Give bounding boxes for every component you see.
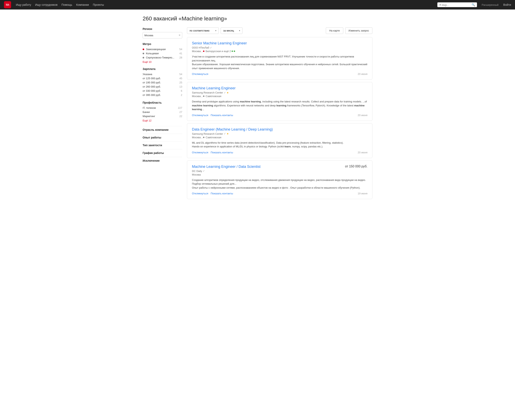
job-actions-2: Откликнуться Показать контакты 20 июня [192, 114, 367, 117]
apply-button-3[interactable]: Откликнуться [192, 151, 208, 154]
job-actions-1: Откликнуться 20 июня [192, 73, 367, 75]
nav-help[interactable]: Помощь [61, 3, 72, 6]
contacts-button-3[interactable]: Показать контакты [210, 151, 233, 154]
metro-dot-2 [143, 57, 144, 59]
region-section: Регион Москва × [143, 27, 182, 38]
job-description-3: ML and DL algorithms for time series dat… [192, 141, 367, 149]
metro-more-link[interactable]: Ещё 10 [143, 60, 182, 63]
metro-count-0: 54 [179, 48, 182, 51]
job-header-2: Machine Learning Engineer [192, 86, 367, 90]
verified-icon-2: ✓ [224, 91, 226, 94]
logo[interactable]: hh [4, 1, 11, 8]
contacts-button-2[interactable]: Показать контакты [210, 114, 233, 117]
main-content: по соответствию по дате по зарплате за м… [187, 27, 372, 202]
job-card-1: Senior Machine Learning Engineer ООО НТе… [187, 37, 372, 80]
change-request-button[interactable]: Изменить запрос [345, 27, 372, 34]
job-title-1[interactable]: Senior Machine Learning Engineer [192, 41, 247, 45]
region-close-icon[interactable]: × [179, 33, 180, 37]
work-schedule-filter[interactable]: График работы [143, 149, 182, 156]
star-icon-2: ★ [227, 91, 229, 94]
prof-item-2[interactable]: Маркетинг 22 [143, 114, 182, 118]
exclusion-filter[interactable]: Исключение [143, 157, 182, 164]
salary-item-2[interactable]: от 195 000 руб. 25 [143, 80, 182, 85]
verified-icon-4: ✓ [203, 170, 205, 172]
job-card-3: Data Engineer (Machine Learning / Deep L… [187, 123, 372, 158]
salary-item-0[interactable]: Указана 54 [143, 72, 182, 76]
job-header-4: Machine Learning Engineer / Data Scienti… [192, 165, 367, 169]
header-nav: Ищу работу Ищу сотрудников Помощь Компан… [16, 3, 433, 6]
prof-item-1[interactable]: Банки 27 [143, 110, 182, 114]
job-actions-left-1: Откликнуться [192, 73, 208, 75]
period-select[interactable]: за месяц за неделю за 3 дня за сутки [221, 27, 242, 34]
metro-dot-2 [203, 96, 204, 97]
verified-icon-3: ✓ [224, 132, 226, 135]
metro-item-1[interactable]: Кольцевая 41 [143, 51, 182, 55]
nav-projects[interactable]: Проекты [93, 3, 104, 6]
job-actions-left-2: Откликнуться Показать контакты [192, 114, 233, 117]
job-title-4[interactable]: Machine Learning Engineer / Data Scienti… [192, 165, 261, 169]
page-inner: 260 вакансий «Machine learning» Регион М… [139, 9, 376, 207]
region-label: Регион [143, 27, 182, 30]
job-company-3: Samsung Research Center ✓ ★ [192, 132, 367, 135]
header: hh Ищу работу Ищу сотрудников Помощь Ком… [0, 0, 515, 9]
region-value: Москва [144, 34, 153, 37]
salary-item-1[interactable]: от 125 000 руб. 45 [143, 76, 182, 80]
metro-item-label-1: Кольцевая [143, 52, 159, 55]
job-location-2: Москва , Савёловская [192, 95, 367, 98]
job-actions-left-3: Откликнуться Показать контакты [192, 151, 233, 154]
salary-label: Зарплата [143, 67, 182, 71]
apply-button-2[interactable]: Откликнуться [192, 114, 208, 117]
metro-item-label-0: Замоскворецкая [143, 48, 166, 51]
map-button[interactable]: На карте [326, 27, 343, 34]
job-date-1: 20 июня [358, 73, 367, 75]
salary-item-5[interactable]: от 395 000 руб. 2 [143, 93, 182, 97]
star-icon-3: ★ [227, 132, 229, 135]
job-title-2[interactable]: Machine Learning Engineer [192, 86, 236, 90]
job-header-3: Data Engineer (Machine Learning / Deep L… [192, 128, 367, 132]
search-icon: 🔍 [472, 3, 475, 6]
region-input[interactable]: Москва × [143, 32, 182, 38]
page-title: 260 вакансий «Machine learning» [143, 15, 372, 22]
search-input[interactable] [439, 3, 470, 6]
toolbar: по соответствию по дате по зарплате за м… [187, 27, 372, 34]
salary-item-3[interactable]: от 260 000 руб. 13 [143, 85, 182, 89]
job-company-1: ООО НТехЛаб ✓ [192, 46, 367, 49]
metro-count-2: 28 [179, 56, 182, 59]
login-button[interactable]: Войти [503, 3, 511, 6]
job-company-4: DC Daily ✓ [192, 170, 367, 172]
metro-extra-dot-2 [234, 51, 235, 52]
job-actions-3: Откликнуться Показать контакты 20 июня [192, 151, 367, 154]
prof-label: Профобласть [143, 101, 182, 104]
metro-label: Метро [143, 42, 182, 45]
metro-item-label-2: Серпуховско-Тимиряз... [143, 56, 174, 59]
company-industry-filter[interactable]: Отрасль компании [143, 126, 182, 133]
prof-more-link[interactable]: Ещё 12 [143, 119, 182, 122]
job-salary-4: от 150 000 руб. [345, 165, 367, 168]
job-description-4: Создание алгоритмов определения продукци… [192, 178, 367, 190]
nav-employers[interactable]: Ищу сотрудников [35, 3, 57, 6]
apply-button-1[interactable]: Откликнуться [192, 73, 208, 75]
metro-dot-3 [203, 137, 204, 138]
metro-section: Метро Замоскворецкая 54 Кольцевая [143, 42, 182, 63]
salary-item-4[interactable]: от 330 000 руб. 6 [143, 89, 182, 93]
prof-item-0[interactable]: IT, телеком 227 [143, 106, 182, 110]
sort-wrapper: по соответствию по дате по зарплате [187, 27, 219, 34]
metro-item-2[interactable]: Серпуховско-Тимиряз... 28 [143, 55, 182, 60]
nav-jobs[interactable]: Ищу работу [16, 3, 31, 6]
employment-type-filter[interactable]: Тип занятости [143, 142, 182, 148]
job-description-1: Участие в создании алгоритмов распознава… [192, 55, 367, 70]
advanced-search-link[interactable]: Расширенный [482, 3, 499, 6]
nav-companies[interactable]: Компании [76, 3, 89, 6]
metro-item-0[interactable]: Замоскворецкая 54 [143, 47, 182, 51]
job-date-3: 20 июня [358, 151, 367, 154]
sidebar: Регион Москва × Метро Замоскворецкая 54 [143, 27, 182, 202]
metro-dot-1 [143, 53, 144, 54]
apply-button-4[interactable]: Откликнуться [192, 192, 208, 195]
search-box: 🔍 [437, 2, 477, 7]
work-experience-filter[interactable]: Опыт работы [143, 134, 182, 140]
job-title-3[interactable]: Data Engineer (Machine Learning / Deep L… [192, 128, 273, 132]
contacts-button-4[interactable]: Показать контакты [210, 192, 233, 195]
job-location-3: Москва , Савёловская [192, 136, 367, 139]
sort-select[interactable]: по соответствию по дате по зарплате [187, 27, 219, 34]
job-company-2: Samsung Research Center ✓ ★ [192, 91, 367, 94]
